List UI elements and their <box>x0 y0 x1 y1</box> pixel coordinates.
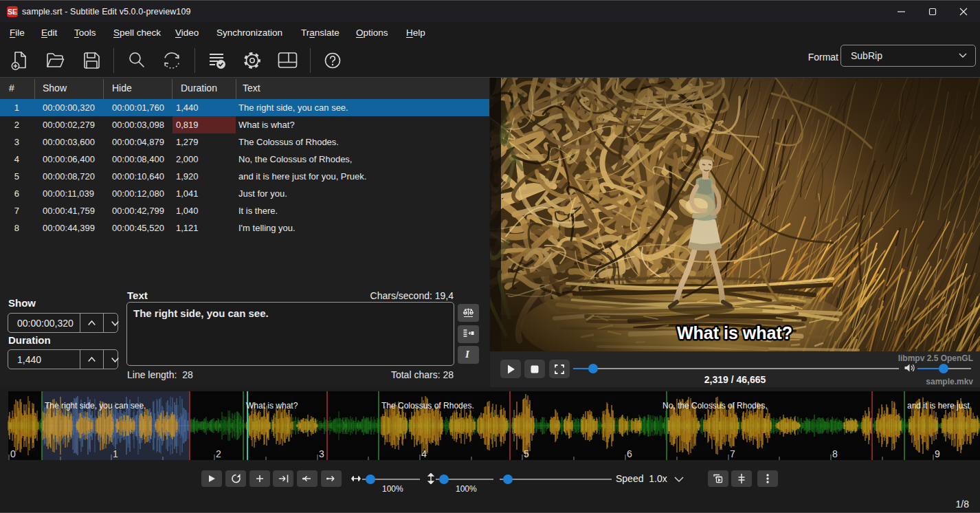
svg-text:2: 2 <box>216 448 221 459</box>
svg-text:What is what?: What is what? <box>246 401 298 411</box>
svg-text:What is what?: What is what? <box>677 323 792 342</box>
svg-text:3: 3 <box>319 448 324 459</box>
svg-text:1: 1 <box>113 448 118 459</box>
svg-text:8: 8 <box>832 448 838 459</box>
svg-text:SE: SE <box>8 8 17 16</box>
svg-text:No, the Colossus of Rhodes,: No, the Colossus of Rhodes, <box>662 401 768 411</box>
svg-text:7: 7 <box>730 448 735 459</box>
svg-text:5: 5 <box>524 448 529 459</box>
svg-text:4: 4 <box>421 448 427 459</box>
svg-text:6: 6 <box>627 448 632 459</box>
svg-text:0: 0 <box>10 448 16 459</box>
svg-text:and it is here just: and it is here just <box>907 401 970 411</box>
svg-text:9: 9 <box>935 448 940 459</box>
svg-text:The Colossus of Rhodes.: The Colossus of Rhodes. <box>381 401 474 411</box>
svg-text:The right side, you can see.: The right side, you can see. <box>45 401 146 411</box>
